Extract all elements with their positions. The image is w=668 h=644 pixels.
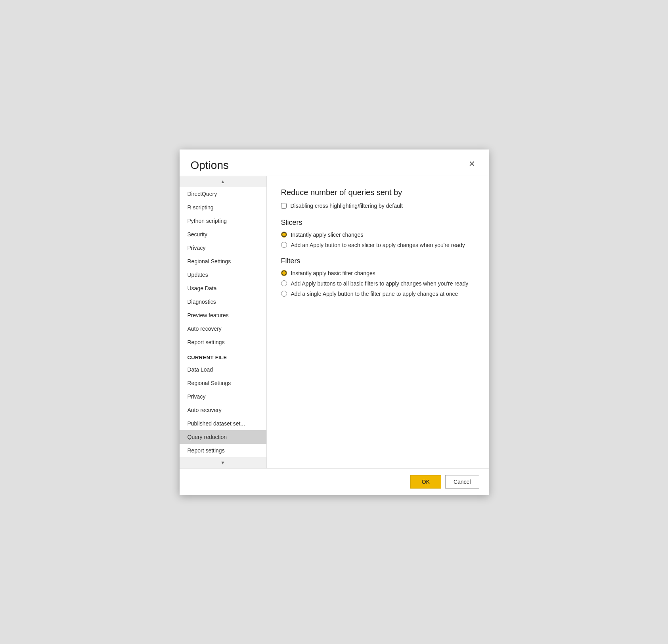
sidebar-item-usage-data[interactable]: Usage Data [180, 282, 266, 295]
filter-instant-radio[interactable] [281, 270, 287, 276]
close-button[interactable]: ✕ [466, 159, 478, 169]
sidebar-item-published-dataset[interactable]: Published dataset set... [180, 417, 266, 430]
slicer-apply-button-label[interactable]: Add an Apply button to each slicer to ap… [291, 242, 465, 248]
sidebar-item-directquery[interactable]: DirectQuery [180, 187, 266, 201]
sidebar-item-report-settings[interactable]: Report settings [180, 335, 266, 349]
dialog-body: ▲ DirectQuery R scripting Python scripti… [180, 176, 489, 468]
sidebar-scroll-area[interactable]: DirectQuery R scripting Python scripting… [180, 187, 266, 457]
cancel-button[interactable]: Cancel [445, 475, 479, 489]
sidebar-item-regional-settings[interactable]: Regional Settings [180, 255, 266, 268]
filters-heading: Filters [281, 257, 475, 265]
sidebar-item-auto-recovery-cf[interactable]: Auto recovery [180, 403, 266, 417]
sidebar-item-updates[interactable]: Updates [180, 268, 266, 282]
sidebar-item-privacy[interactable]: Privacy [180, 241, 266, 255]
sidebar-item-report-settings-cf[interactable]: Report settings [180, 444, 266, 457]
cross-highlight-label[interactable]: Disabling cross highlighting/filtering b… [291, 203, 403, 209]
filter-instant-row: Instantly apply basic filter changes [281, 270, 475, 276]
slicers-heading: Slicers [281, 218, 475, 227]
filters-radio-group: Instantly apply basic filter changes Add… [281, 270, 475, 297]
filter-single-button-row: Add a single Apply button to the filter … [281, 291, 475, 297]
sidebar-item-security[interactable]: Security [180, 228, 266, 241]
filter-add-buttons-label[interactable]: Add Apply buttons to all basic filters t… [291, 280, 469, 287]
current-file-section-header: CURRENT FILE [180, 349, 266, 363]
dialog-footer: OK Cancel [180, 468, 489, 495]
sidebar-item-auto-recovery[interactable]: Auto recovery [180, 322, 266, 335]
filter-add-buttons-radio[interactable] [281, 280, 287, 286]
chevron-up-icon: ▲ [220, 179, 225, 184]
cross-highlight-row: Disabling cross highlighting/filtering b… [281, 203, 475, 209]
scroll-down-button[interactable]: ▼ [180, 457, 266, 468]
sidebar-item-data-load[interactable]: Data Load [180, 363, 266, 376]
sidebar-item-python-scripting[interactable]: Python scripting [180, 214, 266, 228]
filter-add-buttons-row: Add Apply buttons to all basic filters t… [281, 280, 475, 287]
sidebar-item-regional-settings-cf[interactable]: Regional Settings [180, 376, 266, 390]
sidebar: ▲ DirectQuery R scripting Python scripti… [180, 176, 267, 468]
slicers-radio-group: Instantly apply slicer changes Add an Ap… [281, 232, 475, 248]
filter-instant-label[interactable]: Instantly apply basic filter changes [291, 270, 375, 276]
main-content: Reduce number of queries sent by Disabli… [267, 176, 489, 468]
scroll-up-button[interactable]: ▲ [180, 176, 266, 187]
sidebar-item-privacy-cf[interactable]: Privacy [180, 390, 266, 403]
slicer-apply-button-radio[interactable] [281, 242, 287, 248]
sidebar-item-r-scripting[interactable]: R scripting [180, 201, 266, 214]
slicer-instant-label[interactable]: Instantly apply slicer changes [291, 232, 364, 238]
chevron-down-icon: ▼ [220, 460, 225, 466]
slicer-apply-button-row: Add an Apply button to each slicer to ap… [281, 242, 475, 248]
slicer-instant-radio[interactable] [281, 232, 287, 238]
content-main-title: Reduce number of queries sent by [281, 188, 475, 197]
filter-single-button-label[interactable]: Add a single Apply button to the filter … [291, 291, 458, 297]
sidebar-item-preview-features[interactable]: Preview features [180, 309, 266, 322]
cross-highlight-checkbox[interactable] [281, 203, 287, 209]
filter-single-button-radio[interactable] [281, 291, 287, 297]
dialog-title: Options [191, 159, 229, 172]
options-dialog: Options ✕ ▲ DirectQuery R scripting Pyth… [180, 150, 489, 495]
ok-button[interactable]: OK [410, 475, 441, 489]
slicer-instant-row: Instantly apply slicer changes [281, 232, 475, 238]
sidebar-item-query-reduction[interactable]: Query reduction [180, 430, 266, 444]
dialog-header: Options ✕ [180, 150, 489, 176]
sidebar-item-diagnostics[interactable]: Diagnostics [180, 295, 266, 309]
